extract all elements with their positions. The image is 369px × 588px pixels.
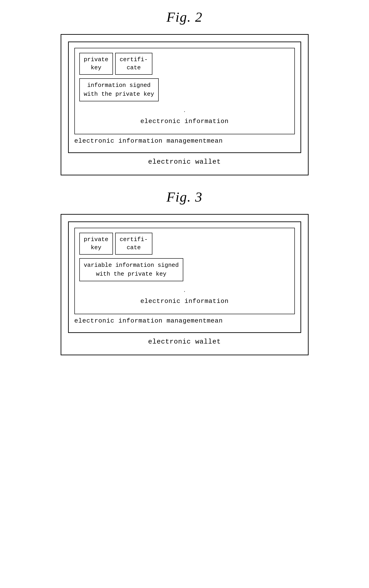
- fig3-certificate-box: certifi-cate: [115, 233, 152, 255]
- fig3-private-key-label: privatekey: [84, 236, 109, 251]
- page: Fig. 2 privatekey certifi-cate informati…: [13, 9, 356, 355]
- fig3-signed-info-label: variable information signedwith the priv…: [84, 262, 179, 277]
- fig3-mgmt-label: electronic information managementmean: [74, 314, 295, 324]
- fig2-mgmt-box: privatekey certifi-cate information sign…: [68, 42, 301, 153]
- fig2-certificate-box: certifi-cate: [115, 53, 152, 75]
- fig3-wallet-label: electronic wallet: [68, 333, 301, 346]
- fig3-signed-info-box: variable information signedwith the priv…: [79, 258, 183, 281]
- fig2-title: Fig. 2: [166, 9, 202, 25]
- fig2-mgmt-label: electronic information managementmean: [74, 134, 295, 145]
- fig2-info-box: privatekey certifi-cate information sign…: [74, 48, 295, 134]
- figure-3-section: Fig. 3 privatekey certifi-cate variable …: [13, 189, 356, 355]
- fig3-certificate-label: certifi-cate: [120, 236, 148, 251]
- fig3-dot: ·: [79, 288, 290, 295]
- fig2-info-label: electronic information: [79, 116, 290, 126]
- fig2-private-key-label: privatekey: [84, 56, 109, 71]
- fig2-certificate-label: certifi-cate: [120, 56, 148, 71]
- fig3-title: Fig. 3: [166, 189, 202, 205]
- figure-2-section: Fig. 2 privatekey certifi-cate informati…: [13, 9, 356, 175]
- fig2-signed-info-label: information signedwith the private key: [84, 82, 154, 97]
- fig2-signed-info-box: information signedwith the private key: [79, 78, 159, 101]
- fig2-dot: ·: [79, 108, 290, 116]
- fig3-keys-row: privatekey certifi-cate: [79, 233, 290, 255]
- fig2-private-key-box: privatekey: [79, 53, 113, 75]
- fig3-info-box: privatekey certifi-cate variable informa…: [74, 228, 295, 314]
- fig2-wallet-label: electronic wallet: [68, 153, 301, 166]
- fig3-private-key-box: privatekey: [79, 233, 113, 255]
- fig3-info-label: electronic information: [79, 295, 290, 306]
- fig3-mgmt-box: privatekey certifi-cate variable informa…: [68, 221, 301, 333]
- fig2-wallet-box: privatekey certifi-cate information sign…: [61, 34, 309, 175]
- fig3-wallet-box: privatekey certifi-cate variable informa…: [61, 214, 309, 355]
- fig2-keys-row: privatekey certifi-cate: [79, 53, 290, 75]
